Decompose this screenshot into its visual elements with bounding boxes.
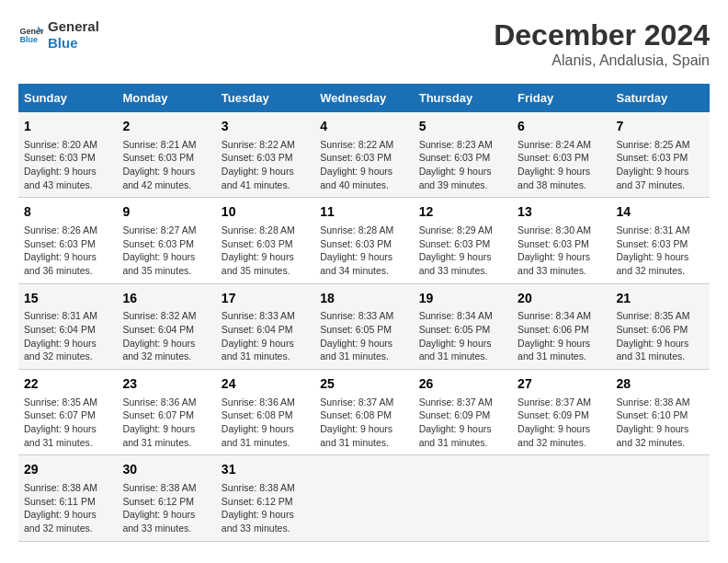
calendar-cell: 7Sunrise: 8:25 AM Sunset: 6:03 PM Daylig… [611,112,710,198]
day-number: 5 [419,118,506,136]
calendar-title: December 2024 [494,18,710,52]
day-number: 21 [617,290,704,308]
weekday-header: Thursday [414,84,512,112]
day-number: 18 [320,290,407,308]
day-info: Sunrise: 8:36 AM Sunset: 6:07 PM Dayligh… [122,396,210,450]
weekday-header: Saturday [611,84,710,112]
day-number: 29 [24,461,111,479]
day-info: Sunrise: 8:24 AM Sunset: 6:03 PM Dayligh… [518,138,605,192]
calendar-week-row: 8Sunrise: 8:26 AM Sunset: 6:03 PM Daylig… [18,198,710,283]
calendar-cell: 18Sunrise: 8:33 AM Sunset: 6:05 PM Dayli… [314,283,413,369]
day-info: Sunrise: 8:36 AM Sunset: 6:08 PM Dayligh… [222,396,309,450]
day-number: 30 [122,461,210,479]
day-info: Sunrise: 8:35 AM Sunset: 6:07 PM Dayligh… [24,396,111,450]
day-number: 25 [320,375,407,394]
day-info: Sunrise: 8:34 AM Sunset: 6:05 PM Dayligh… [419,309,506,363]
day-number: 1 [24,118,111,136]
day-info: Sunrise: 8:23 AM Sunset: 6:03 PM Dayligh… [419,138,506,192]
calendar-week-row: 22Sunrise: 8:35 AM Sunset: 6:07 PM Dayli… [18,370,710,455]
day-number: 16 [122,290,210,308]
day-number: 8 [24,203,111,222]
calendar-cell: 15Sunrise: 8:31 AM Sunset: 6:04 PM Dayli… [18,283,117,369]
day-info: Sunrise: 8:32 AM Sunset: 6:04 PM Dayligh… [122,309,210,363]
day-info: Sunrise: 8:22 AM Sunset: 6:03 PM Dayligh… [222,138,309,192]
day-info: Sunrise: 8:30 AM Sunset: 6:03 PM Dayligh… [518,224,605,278]
day-number: 7 [617,118,704,136]
calendar-cell: 11Sunrise: 8:28 AM Sunset: 6:03 PM Dayli… [314,198,413,283]
day-info: Sunrise: 8:27 AM Sunset: 6:03 PM Dayligh… [122,224,210,278]
calendar-cell [512,455,610,541]
day-number: 10 [222,203,309,222]
weekday-header-row: SundayMondayTuesdayWednesdayThursdayFrid… [18,84,710,112]
day-info: Sunrise: 8:37 AM Sunset: 6:09 PM Dayligh… [419,396,506,450]
weekday-header: Tuesday [216,84,314,112]
calendar-cell: 8Sunrise: 8:26 AM Sunset: 6:03 PM Daylig… [18,198,117,283]
day-info: Sunrise: 8:37 AM Sunset: 6:09 PM Dayligh… [518,396,605,450]
calendar-cell: 31Sunrise: 8:38 AM Sunset: 6:12 PM Dayli… [216,455,314,541]
day-number: 2 [122,118,210,136]
logo: General Blue General Blue [18,18,99,52]
day-number: 14 [617,203,704,222]
day-info: Sunrise: 8:28 AM Sunset: 6:03 PM Dayligh… [222,224,309,278]
page-header: General Blue General Blue December 2024 … [18,18,710,69]
day-number: 20 [518,290,605,308]
svg-text:General: General [19,27,44,36]
calendar-cell: 19Sunrise: 8:34 AM Sunset: 6:05 PM Dayli… [414,283,512,369]
day-number: 23 [122,375,210,394]
calendar-cell: 9Sunrise: 8:27 AM Sunset: 6:03 PM Daylig… [117,198,215,283]
day-info: Sunrise: 8:38 AM Sunset: 6:11 PM Dayligh… [24,481,111,535]
calendar-cell: 5Sunrise: 8:23 AM Sunset: 6:03 PM Daylig… [414,112,512,198]
day-number: 11 [320,203,407,222]
calendar-cell: 13Sunrise: 8:30 AM Sunset: 6:03 PM Dayli… [512,198,610,283]
day-number: 6 [518,118,605,136]
calendar-subtitle: Alanis, Andalusia, Spain [494,52,710,69]
day-info: Sunrise: 8:25 AM Sunset: 6:03 PM Dayligh… [617,138,704,192]
calendar-cell: 1Sunrise: 8:20 AM Sunset: 6:03 PM Daylig… [18,112,117,198]
day-number: 24 [222,375,309,394]
calendar-cell: 20Sunrise: 8:34 AM Sunset: 6:06 PM Dayli… [512,283,610,369]
calendar-cell: 17Sunrise: 8:33 AM Sunset: 6:04 PM Dayli… [216,283,314,369]
day-info: Sunrise: 8:20 AM Sunset: 6:03 PM Dayligh… [24,138,111,192]
calendar-table: SundayMondayTuesdayWednesdayThursdayFrid… [18,84,710,542]
day-info: Sunrise: 8:35 AM Sunset: 6:06 PM Dayligh… [617,309,704,363]
day-info: Sunrise: 8:31 AM Sunset: 6:03 PM Dayligh… [617,224,704,278]
calendar-cell: 10Sunrise: 8:28 AM Sunset: 6:03 PM Dayli… [216,198,314,283]
day-number: 17 [222,290,309,308]
day-info: Sunrise: 8:37 AM Sunset: 6:08 PM Dayligh… [320,396,407,450]
calendar-cell: 6Sunrise: 8:24 AM Sunset: 6:03 PM Daylig… [512,112,610,198]
day-info: Sunrise: 8:33 AM Sunset: 6:05 PM Dayligh… [320,309,407,363]
day-number: 15 [24,290,111,308]
calendar-cell: 24Sunrise: 8:36 AM Sunset: 6:08 PM Dayli… [216,370,314,455]
calendar-cell: 22Sunrise: 8:35 AM Sunset: 6:07 PM Dayli… [18,370,117,455]
day-number: 12 [419,203,506,222]
calendar-cell: 2Sunrise: 8:21 AM Sunset: 6:03 PM Daylig… [117,112,215,198]
day-number: 31 [222,461,309,479]
calendar-cell: 27Sunrise: 8:37 AM Sunset: 6:09 PM Dayli… [512,370,610,455]
day-info: Sunrise: 8:38 AM Sunset: 6:12 PM Dayligh… [122,481,210,535]
day-info: Sunrise: 8:28 AM Sunset: 6:03 PM Dayligh… [320,224,407,278]
calendar-week-row: 29Sunrise: 8:38 AM Sunset: 6:11 PM Dayli… [18,455,710,541]
svg-text:Blue: Blue [19,35,38,44]
logo-icon: General Blue [18,22,44,48]
day-info: Sunrise: 8:21 AM Sunset: 6:03 PM Dayligh… [122,138,210,192]
calendar-cell: 26Sunrise: 8:37 AM Sunset: 6:09 PM Dayli… [414,370,512,455]
title-block: December 2024 Alanis, Andalusia, Spain [494,18,710,69]
day-number: 3 [222,118,309,136]
calendar-cell: 21Sunrise: 8:35 AM Sunset: 6:06 PM Dayli… [611,283,710,369]
calendar-cell: 29Sunrise: 8:38 AM Sunset: 6:11 PM Dayli… [18,455,117,541]
day-info: Sunrise: 8:26 AM Sunset: 6:03 PM Dayligh… [24,224,111,278]
day-number: 26 [419,375,506,394]
day-number: 19 [419,290,506,308]
weekday-header: Wednesday [314,84,413,112]
calendar-cell [314,455,413,541]
weekday-header: Monday [117,84,215,112]
calendar-cell [414,455,512,541]
day-number: 27 [518,375,605,394]
day-info: Sunrise: 8:31 AM Sunset: 6:04 PM Dayligh… [24,309,111,363]
calendar-cell: 23Sunrise: 8:36 AM Sunset: 6:07 PM Dayli… [117,370,215,455]
calendar-week-row: 1Sunrise: 8:20 AM Sunset: 6:03 PM Daylig… [18,112,710,198]
calendar-cell [611,455,710,541]
day-info: Sunrise: 8:22 AM Sunset: 6:03 PM Dayligh… [320,138,407,192]
calendar-cell: 16Sunrise: 8:32 AM Sunset: 6:04 PM Dayli… [117,283,215,369]
day-info: Sunrise: 8:38 AM Sunset: 6:10 PM Dayligh… [617,396,704,450]
